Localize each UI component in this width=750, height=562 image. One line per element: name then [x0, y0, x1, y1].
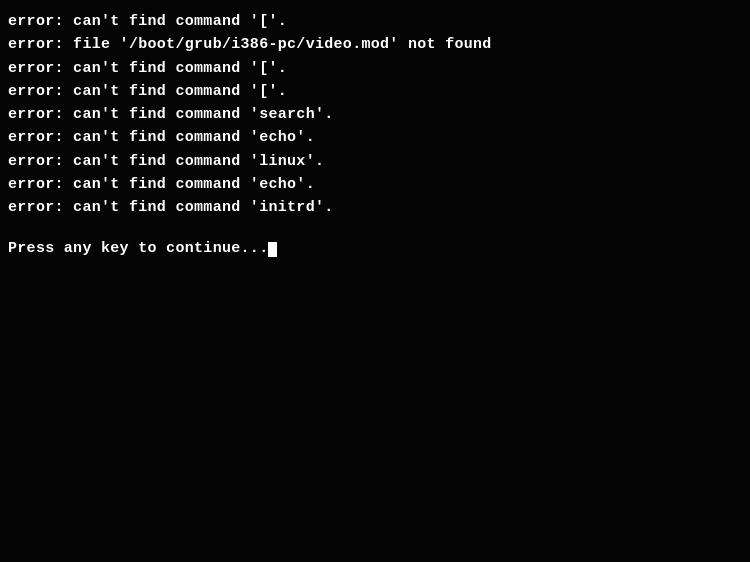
- error-line-5: error: can't find command 'echo'.: [8, 126, 742, 149]
- error-line-7: error: can't find command 'echo'.: [8, 173, 742, 196]
- error-line-3: error: can't find command '['.: [8, 80, 742, 103]
- terminal-cursor: [268, 242, 277, 257]
- error-lines-container: error: can't find command '['.error: fil…: [8, 10, 742, 219]
- error-line-1: error: file '/boot/grub/i386-pc/video.mo…: [8, 33, 742, 56]
- error-line-6: error: can't find command 'linux'.: [8, 150, 742, 173]
- error-line-4: error: can't find command 'search'.: [8, 103, 742, 126]
- press-any-key-line: Press any key to continue...: [8, 237, 742, 260]
- error-line-2: error: can't find command '['.: [8, 57, 742, 80]
- terminal-screen: error: can't find command '['.error: fil…: [0, 0, 750, 562]
- error-line-0: error: can't find command '['.: [8, 10, 742, 33]
- error-line-8: error: can't find command 'initrd'.: [8, 196, 742, 219]
